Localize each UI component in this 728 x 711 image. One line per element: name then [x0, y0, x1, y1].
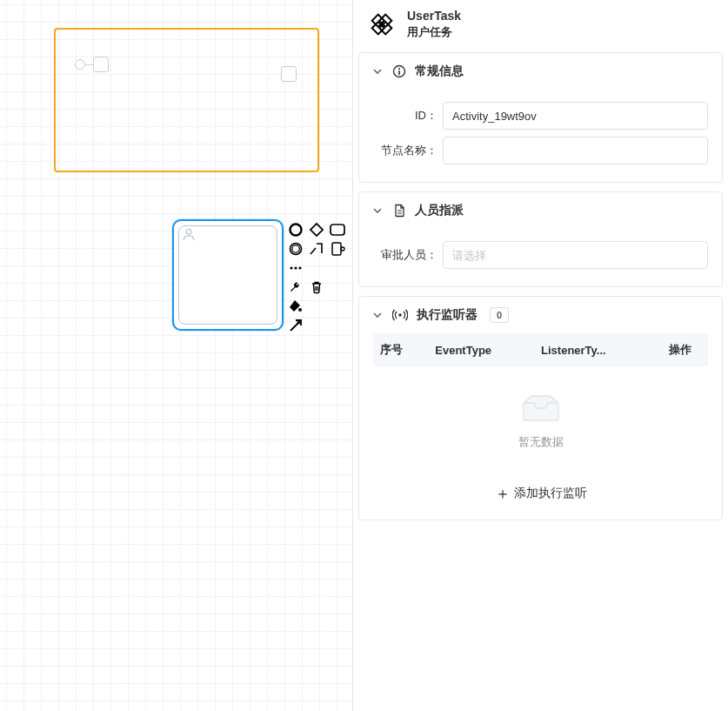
id-input[interactable] — [443, 102, 708, 130]
append-intermediate-event-icon[interactable] — [287, 240, 304, 258]
section-assign: 人员指派 审批人员： — [358, 191, 723, 287]
svg-point-9 — [294, 266, 297, 269]
svg-point-20 — [398, 313, 402, 317]
append-gateway-icon[interactable] — [308, 221, 325, 238]
color-fill-icon[interactable] — [287, 298, 304, 315]
section-listener-header[interactable]: 执行监听器 0 — [359, 297, 722, 333]
col-type: ListenerTy... — [534, 333, 653, 366]
node-name-label: 节点名称： — [373, 143, 437, 158]
append-end-event-icon[interactable] — [287, 221, 304, 238]
svg-rect-2 — [311, 224, 323, 236]
col-seq: 序号 — [373, 333, 428, 366]
chevron-down-icon — [371, 205, 384, 217]
col-ops: 操作 — [653, 333, 708, 366]
trash-icon[interactable] — [308, 278, 325, 296]
listener-count-badge: 0 — [490, 307, 509, 323]
task-mini[interactable] — [93, 57, 109, 72]
panel-header: UserTask 用户任务 — [353, 0, 728, 49]
table-empty-text: 暂无数据 — [373, 434, 708, 450]
svg-rect-3 — [331, 225, 344, 235]
section-general-header[interactable]: 常规信息 — [359, 53, 722, 90]
section-listener: 执行监听器 0 序号 EventType ListenerTy... 操作 — [358, 296, 723, 520]
task-mini-2[interactable] — [281, 66, 297, 82]
append-text-annotation-icon[interactable] — [308, 240, 325, 258]
empty-box-icon — [517, 391, 565, 426]
svg-point-7 — [341, 247, 344, 251]
approver-label: 审批人员： — [373, 247, 437, 263]
section-assign-header[interactable]: 人员指派 — [359, 192, 722, 229]
svg-point-1 — [291, 225, 302, 236]
add-listener-button[interactable]: ＋ 添加执行监听 — [495, 483, 587, 504]
user-task-type-icon — [369, 11, 395, 37]
signal-icon — [392, 308, 408, 322]
wrench-icon[interactable] — [287, 278, 304, 296]
svg-point-11 — [298, 308, 302, 312]
user-task-selected[interactable] — [172, 219, 284, 331]
chevron-down-icon — [371, 309, 384, 321]
start-event[interactable] — [75, 59, 85, 70]
section-listener-title: 执行监听器 — [417, 307, 478, 323]
section-general: 常规信息 ID： 节点名称： — [358, 52, 723, 183]
listener-table: 序号 EventType ListenerTy... 操作 — [373, 333, 708, 466]
section-assign-title: 人员指派 — [415, 203, 464, 218]
panel-title-zh: 用户任务 — [407, 24, 461, 40]
panel-title-en: UserTask — [407, 9, 461, 23]
svg-point-10 — [298, 266, 301, 269]
add-listener-label: 添加执行监听 — [514, 486, 587, 501]
document-icon — [392, 204, 406, 218]
id-label: ID： — [373, 108, 437, 124]
plus-icon: ＋ — [495, 483, 511, 504]
user-icon — [181, 226, 197, 242]
context-more-icon[interactable] — [287, 259, 304, 277]
svg-point-5 — [292, 245, 300, 253]
properties-panel: UserTask 用户任务 常规信息 ID： 节点名称： — [352, 0, 728, 711]
table-empty-state: 暂无数据 — [373, 366, 708, 466]
svg-point-0 — [186, 229, 191, 234]
context-pad — [287, 221, 346, 336]
app-root: UserTask 用户任务 常规信息 ID： 节点名称： — [0, 0, 728, 711]
col-event: EventType — [428, 333, 534, 366]
chevron-down-icon — [371, 65, 384, 77]
svg-rect-19 — [398, 70, 400, 75]
approver-select[interactable] — [443, 241, 708, 269]
svg-point-8 — [290, 266, 292, 269]
append-task-icon[interactable] — [329, 221, 346, 238]
svg-rect-6 — [332, 243, 341, 255]
connect-arrow-icon[interactable] — [287, 317, 304, 334]
svg-point-18 — [398, 68, 400, 70]
change-type-icon[interactable] — [329, 240, 346, 258]
info-icon — [392, 64, 406, 78]
section-general-title: 常规信息 — [415, 64, 464, 79]
node-name-input[interactable] — [443, 137, 708, 164]
bpmn-canvas[interactable] — [0, 0, 352, 711]
participant-lane[interactable] — [54, 28, 319, 172]
